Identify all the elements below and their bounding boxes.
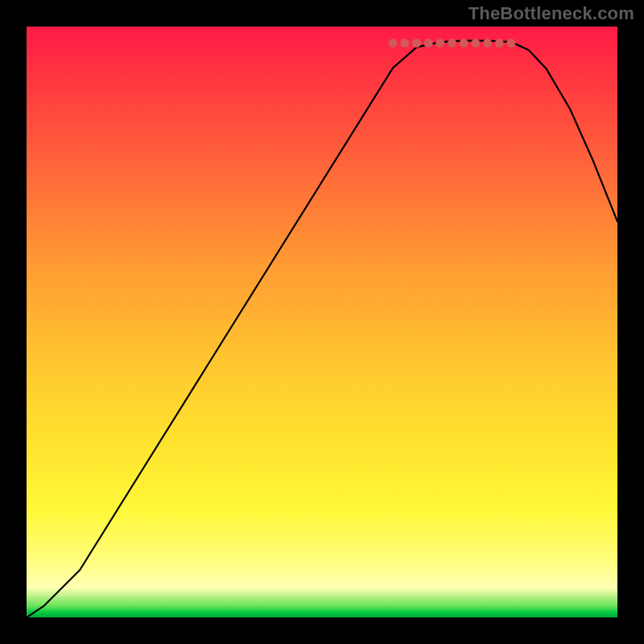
valley-marker-dot	[436, 39, 444, 47]
valley-marker-dot	[506, 39, 515, 47]
bottleneck-curve	[27, 27, 617, 617]
valley-marker-dot	[495, 39, 504, 47]
curve-path	[27, 41, 617, 617]
valley-marker-dot	[424, 39, 433, 47]
valley-markers	[389, 39, 516, 47]
valley-marker-dot	[460, 39, 469, 47]
valley-marker-dot	[448, 39, 456, 47]
valley-marker-dot	[412, 39, 421, 47]
valley-marker-dot	[400, 39, 409, 47]
valley-marker-dot	[471, 39, 480, 47]
plot-area	[27, 27, 617, 617]
valley-marker-dot	[389, 39, 398, 47]
watermark-label: TheBottleneck.com	[469, 3, 634, 24]
chart-container: TheBottleneck.com	[0, 0, 644, 644]
valley-marker-dot	[483, 39, 492, 47]
